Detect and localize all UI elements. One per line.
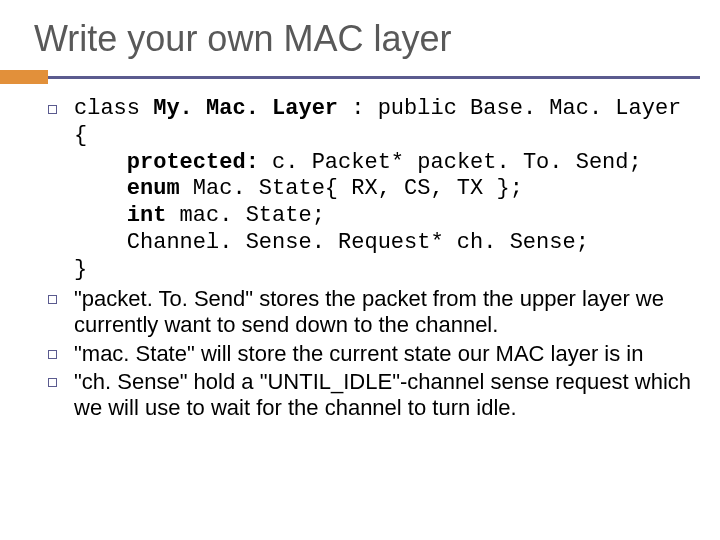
code-int: int [74, 203, 166, 228]
code-member-state-enum: Mac. State{ RX, CS, TX }; [180, 176, 523, 201]
code-classname: My. Mac. Layer [153, 96, 338, 121]
bullet-item-code: class My. Mac. Layer : public Base. Mac.… [40, 96, 700, 284]
code-brace-close: } [74, 257, 87, 282]
bullet-text: "mac. State" will store the current stat… [74, 341, 700, 367]
code-protected: protected: [74, 150, 259, 175]
code-member-packet: c. Packet* packet. To. Send; [259, 150, 642, 175]
rule-accent [0, 70, 48, 84]
bullet-item: "packet. To. Send" stores the packet fro… [40, 286, 700, 339]
code-inherit: : public Base. Mac. Layer [338, 96, 681, 121]
code-enum: enum [74, 176, 180, 201]
code-block: class My. Mac. Layer : public Base. Mac.… [74, 96, 700, 284]
rule-long [34, 76, 700, 79]
bullet-text: "ch. Sense" hold a "UNTIL_IDLE"-channel … [74, 369, 700, 422]
slide: Write your own MAC layer class My. Mac. … [0, 0, 720, 540]
title-rule [0, 70, 720, 86]
content-area: class My. Mac. Layer : public Base. Mac.… [0, 86, 720, 422]
code-member-macstate: mac. State; [166, 203, 324, 228]
code-brace-open: { [74, 123, 87, 148]
bullet-list: class My. Mac. Layer : public Base. Mac.… [40, 96, 700, 422]
slide-title: Write your own MAC layer [0, 0, 720, 64]
code-member-sense: Channel. Sense. Request* ch. Sense; [74, 230, 589, 255]
bullet-item: "mac. State" will store the current stat… [40, 341, 700, 367]
bullet-item: "ch. Sense" hold a "UNTIL_IDLE"-channel … [40, 369, 700, 422]
code-keyword: class [74, 96, 153, 121]
bullet-text: "packet. To. Send" stores the packet fro… [74, 286, 700, 339]
